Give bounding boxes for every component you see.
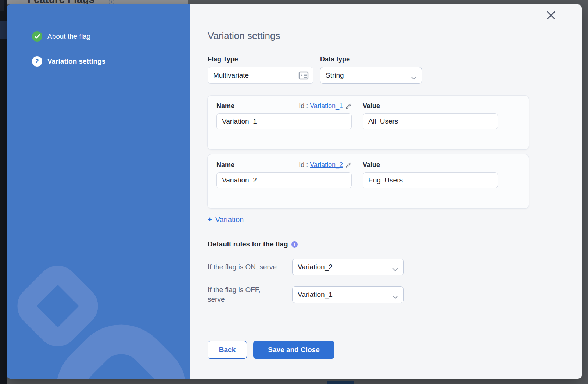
variation-value-field[interactable] <box>363 172 498 188</box>
flag-setup-dialog: About the flag 2 Variation settings Vari… <box>7 4 582 379</box>
page-title: Variation settings <box>208 31 582 40</box>
variation-value-label: Value <box>363 102 380 110</box>
variation-value-label: Value <box>363 161 380 169</box>
flag-type-field[interactable] <box>208 67 313 84</box>
save-and-close-button[interactable]: Save and Close <box>253 341 334 359</box>
flag-type-label: Flag Type <box>208 55 313 63</box>
step-label: About the flag <box>47 32 90 40</box>
flag-type-input[interactable] <box>208 71 313 79</box>
flag-on-select[interactable]: Variation_2 <box>292 259 404 275</box>
edit-pencil-icon[interactable] <box>345 103 352 109</box>
backdrop-bottom <box>7 379 582 384</box>
flag-off-value: Variation_1 <box>298 291 333 299</box>
variation-name-field[interactable] <box>216 172 352 188</box>
flag-type-group: Flag Type <box>208 55 313 84</box>
backdrop-right <box>582 4 588 384</box>
add-variation-button[interactable]: + Variation <box>208 216 244 224</box>
step-variation-settings[interactable]: 2 Variation settings <box>32 56 190 67</box>
step-complete-check-icon <box>32 31 42 42</box>
flag-on-label: If the flag is ON, serve <box>208 262 292 272</box>
variation-name-label: Name <box>216 102 234 110</box>
info-icon[interactable]: i <box>291 241 298 248</box>
variation-name-input[interactable] <box>217 117 351 125</box>
step-label: Variation settings <box>47 57 105 65</box>
background-page-header: Feature Flags i <box>7 0 588 4</box>
variation-value-input[interactable] <box>363 117 498 125</box>
data-type-select[interactable]: String <box>320 67 422 84</box>
variation-name-label: Name <box>216 161 234 169</box>
data-type-value: String <box>326 71 344 79</box>
chevron-down-icon <box>392 265 398 273</box>
background-app-logo <box>0 0 4 11</box>
flag-off-select[interactable]: Variation_1 <box>292 286 404 303</box>
variation-id-link[interactable]: Variation_1 <box>310 102 343 110</box>
dialog-content: Variation settings Flag Type <box>190 4 582 379</box>
variation-id-link[interactable]: Variation_2 <box>310 161 343 169</box>
dialog-footer: Back Save and Close <box>208 341 582 359</box>
step-number-badge: 2 <box>32 56 42 67</box>
step-about-the-flag[interactable]: About the flag <box>32 31 190 42</box>
data-type-label: Data type <box>320 55 422 63</box>
background-navy-element <box>327 381 354 384</box>
variation-card: Name Id : Variation_2 <box>208 154 529 208</box>
add-variation-label: Variation <box>215 216 244 224</box>
multivariate-card-icon <box>298 71 309 82</box>
variation-value-input[interactable] <box>363 176 498 184</box>
background-sidebar-active-item <box>0 21 7 39</box>
wizard-steps: About the flag 2 Variation settings <box>7 4 190 67</box>
variation-id-prefix: Id : <box>299 161 308 169</box>
background-header-panel: Feature Flags i <box>7 0 188 4</box>
flag-on-rule-row: If the flag is ON, serve Variation_2 <box>208 259 582 275</box>
background-page-title: Feature Flags <box>28 0 94 4</box>
info-icon: i <box>109 0 114 4</box>
default-rules-heading-text: Default rules for the flag <box>208 240 288 248</box>
variation-name-input[interactable] <box>217 176 351 184</box>
type-fields-row: Flag Type <box>208 55 582 84</box>
default-rules-heading: Default rules for the flag i <box>208 240 582 248</box>
variation-name-field[interactable] <box>216 113 352 129</box>
data-type-group: Data type String <box>320 55 422 84</box>
chevron-down-icon <box>392 293 398 301</box>
flag-off-label: If the flag is OFF, serve <box>208 285 274 304</box>
background-app-sidebar <box>0 0 7 384</box>
wizard-sidebar: About the flag 2 Variation settings <box>7 4 190 379</box>
variation-value-field[interactable] <box>363 113 498 129</box>
close-icon[interactable] <box>546 10 556 20</box>
flag-on-value: Variation_2 <box>298 263 333 271</box>
back-button[interactable]: Back <box>208 341 247 359</box>
chevron-down-icon <box>411 74 416 82</box>
variation-id-prefix: Id : <box>299 102 308 110</box>
flag-off-rule-row: If the flag is OFF, serve Variation_1 <box>208 285 582 304</box>
variation-card: Name Id : Variation_1 <box>208 96 529 149</box>
backdrop-seam <box>582 135 588 135</box>
plus-icon: + <box>208 216 212 224</box>
edit-pencil-icon[interactable] <box>345 162 352 168</box>
